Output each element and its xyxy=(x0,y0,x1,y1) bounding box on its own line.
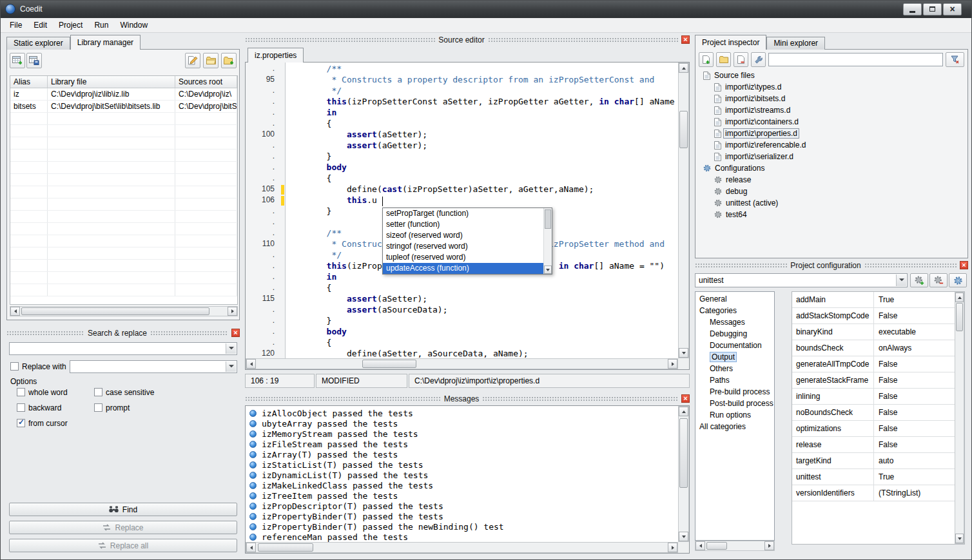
property-row[interactable]: releaseFalse xyxy=(792,437,955,453)
code-line[interactable]: assert(aSourceData); xyxy=(286,305,678,316)
tab-static-explorer[interactable]: Static explorer xyxy=(6,37,70,50)
chevron-down-icon[interactable] xyxy=(226,343,236,354)
from-cursor-label[interactable]: from cursor xyxy=(28,419,68,428)
tab-library-manager[interactable]: Library manager xyxy=(70,35,141,50)
library-h-scrollbar[interactable] xyxy=(10,306,238,316)
property-value[interactable]: False xyxy=(874,421,955,436)
category-item[interactable]: Categories xyxy=(695,305,774,316)
scroll-up-button[interactable] xyxy=(955,293,964,302)
library-row[interactable] xyxy=(10,198,237,211)
completion-scrollbar[interactable] xyxy=(543,208,552,274)
column-header[interactable]: Sources root xyxy=(175,76,237,88)
property-row[interactable]: addStackStompCodeFalse xyxy=(792,308,955,324)
completion-item[interactable]: setter (function) xyxy=(383,219,543,230)
chevron-down-icon[interactable] xyxy=(226,362,236,372)
chevron-down-icon[interactable] xyxy=(896,275,906,286)
tab-mini-explorer[interactable]: Mini explorer xyxy=(766,37,825,50)
library-row[interactable] xyxy=(10,162,237,174)
replace-all-button[interactable]: Replace all xyxy=(9,539,237,552)
scroll-thumb[interactable] xyxy=(956,303,963,331)
code-line[interactable]: } xyxy=(286,316,678,327)
property-row[interactable]: versionIdentifiers(TStringList) xyxy=(792,485,955,501)
find-button[interactable]: Find xyxy=(9,503,237,516)
message-row[interactable]: izPropDescriptor(T) passed the tests xyxy=(246,501,678,511)
message-row[interactable]: izPropertyBinder(T) passed the newBindin… xyxy=(246,521,678,532)
tree-node[interactable]: import\iz\serializer.d xyxy=(697,151,966,162)
open-library-button[interactable] xyxy=(203,53,219,68)
message-row[interactable]: izDynamicList(T) passed the tests xyxy=(246,470,678,480)
property-row[interactable]: noBoundsCheckFalse xyxy=(792,405,955,421)
menu-window[interactable]: Window xyxy=(114,18,153,33)
config-remove-button[interactable] xyxy=(929,273,948,287)
library-row[interactable]: bitsetsC:\Dev\dproj\bitSet\lib\bitsets.l… xyxy=(10,101,237,113)
library-row[interactable] xyxy=(10,174,237,186)
code-line[interactable]: define(aSetter, aSourceData, aName); xyxy=(286,349,678,358)
category-item[interactable]: Debugging xyxy=(695,328,774,340)
category-item[interactable]: Post-build process xyxy=(695,398,774,409)
scroll-down-button[interactable] xyxy=(955,534,964,543)
property-value[interactable]: False xyxy=(874,437,955,452)
close-panel-icon[interactable] xyxy=(960,261,968,269)
property-row[interactable]: inliningFalse xyxy=(792,389,955,405)
category-item[interactable]: Run options xyxy=(695,409,774,421)
save-libraries-button[interactable] xyxy=(26,53,42,68)
scroll-right-button[interactable] xyxy=(668,543,677,552)
property-value[interactable]: executable xyxy=(874,324,955,340)
editor-h-scrollbar[interactable] xyxy=(246,358,678,369)
property-row[interactable]: generateStackFrameFalse xyxy=(792,372,955,389)
property-value[interactable]: False xyxy=(874,308,955,323)
tree-node[interactable]: test64 xyxy=(697,209,966,220)
whole-word-checkbox[interactable] xyxy=(17,388,25,396)
categories-h-scrollbar[interactable] xyxy=(695,541,775,551)
editor-gutter[interactable]: .95....100....105106...110....115....120 xyxy=(246,63,286,358)
close-panel-icon[interactable] xyxy=(231,329,240,337)
column-header[interactable]: Library file xyxy=(48,76,175,88)
menu-file[interactable]: File xyxy=(4,18,28,33)
library-row[interactable] xyxy=(10,272,237,284)
tab-iz-properties[interactable]: iz.properties xyxy=(248,48,304,63)
property-row[interactable]: targetKindauto xyxy=(792,453,955,469)
code-line[interactable]: */ xyxy=(286,86,678,97)
library-row[interactable] xyxy=(10,284,237,296)
tools-button[interactable] xyxy=(751,52,766,67)
scroll-right-button[interactable] xyxy=(668,359,677,369)
library-row[interactable] xyxy=(10,137,237,150)
library-row[interactable] xyxy=(10,150,237,162)
category-item[interactable]: Others xyxy=(695,363,774,374)
inspector-filter-input[interactable] xyxy=(768,53,943,66)
property-value[interactable]: onAlways xyxy=(874,340,955,356)
message-row[interactable]: ubyteArray passed the tests xyxy=(246,418,678,429)
property-row[interactable]: addMainTrue xyxy=(792,292,955,308)
scroll-right-button[interactable] xyxy=(228,307,237,316)
tree-node[interactable]: import\iz\properties.d xyxy=(697,128,966,139)
tree-node[interactable]: release xyxy=(697,174,966,186)
code-line[interactable]: in xyxy=(286,108,678,119)
case-sensitive-label[interactable]: case sensitive xyxy=(106,388,154,397)
grid-v-scrollbar[interactable] xyxy=(955,292,964,544)
scroll-down-button[interactable] xyxy=(679,532,688,541)
scroll-left-button[interactable] xyxy=(10,307,20,316)
message-row[interactable]: izArray(T) passed the tests xyxy=(246,449,678,459)
remove-file-button[interactable] xyxy=(734,52,748,67)
code-line[interactable]: body xyxy=(286,162,678,173)
scroll-left-button[interactable] xyxy=(246,543,256,552)
menu-edit[interactable]: Edit xyxy=(28,18,53,33)
tree-node[interactable]: Source files xyxy=(697,70,966,81)
tree-node[interactable]: import\iz\referencable.d xyxy=(697,139,966,151)
tree-node[interactable]: Configurations xyxy=(697,162,966,174)
completion-item[interactable]: setPropTarget (function) xyxy=(383,208,543,219)
replace-with-checkbox[interactable] xyxy=(10,362,19,371)
property-row[interactable]: binaryKindexecutable xyxy=(792,324,955,340)
scroll-down-button[interactable] xyxy=(679,348,688,358)
message-row[interactable]: izFileStream passed the tests xyxy=(246,439,678,449)
messages-h-scrollbar[interactable] xyxy=(246,542,678,553)
scroll-up-button[interactable] xyxy=(679,63,688,73)
code-line[interactable]: { xyxy=(286,119,678,130)
code-line[interactable]: * Constructs a property descriptor from … xyxy=(286,75,678,86)
tree-node[interactable]: import\iz\types.d xyxy=(697,81,966,93)
close-button[interactable] xyxy=(943,3,962,15)
code-line[interactable]: /** xyxy=(286,64,678,75)
property-row[interactable]: generateAllTmpCodeFalse xyxy=(792,356,955,372)
code-line[interactable]: assert(aSetter); xyxy=(286,294,678,305)
scroll-thumb[interactable] xyxy=(679,111,688,148)
